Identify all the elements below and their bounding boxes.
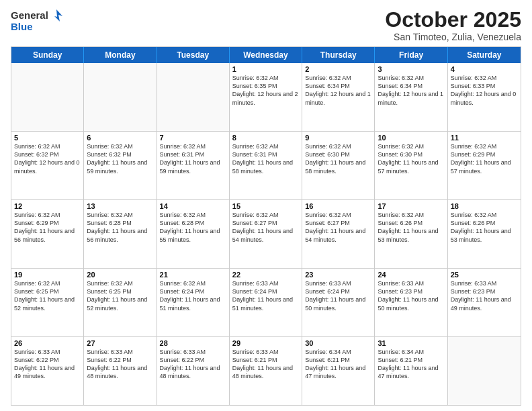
day-number: 22 bbox=[232, 271, 299, 279]
day-info: Sunrise: 6:32 AM Sunset: 6:30 PM Dayligh… bbox=[378, 142, 444, 175]
calendar-cell bbox=[11, 63, 84, 131]
day-number: 28 bbox=[160, 339, 226, 347]
day-info: Sunrise: 6:33 AM Sunset: 6:23 PM Dayligh… bbox=[451, 279, 518, 312]
day-number: 1 bbox=[232, 65, 299, 73]
calendar-header: SundayMondayTuesdayWednesdayThursdayFrid… bbox=[11, 47, 521, 63]
calendar-cell: 4Sunrise: 6:32 AM Sunset: 6:33 PM Daylig… bbox=[448, 63, 521, 131]
weekday-header-saturday: Saturday bbox=[448, 47, 521, 63]
day-number: 17 bbox=[378, 202, 444, 210]
day-number: 19 bbox=[14, 271, 81, 279]
weekday-header-friday: Friday bbox=[375, 47, 447, 63]
day-info: Sunrise: 6:33 AM Sunset: 6:22 PM Dayligh… bbox=[14, 348, 81, 381]
calendar-cell: 27Sunrise: 6:33 AM Sunset: 6:22 PM Dayli… bbox=[84, 337, 157, 405]
calendar-cell: 2Sunrise: 6:32 AM Sunset: 6:34 PM Daylig… bbox=[302, 63, 375, 131]
calendar-cell bbox=[157, 63, 230, 131]
day-info: Sunrise: 6:33 AM Sunset: 6:22 PM Dayligh… bbox=[160, 348, 226, 381]
calendar-cell: 15Sunrise: 6:32 AM Sunset: 6:27 PM Dayli… bbox=[230, 200, 302, 268]
day-number: 4 bbox=[451, 65, 518, 73]
day-number: 2 bbox=[305, 65, 371, 73]
day-info: Sunrise: 6:32 AM Sunset: 6:34 PM Dayligh… bbox=[378, 74, 444, 107]
day-info: Sunrise: 6:32 AM Sunset: 6:31 PM Dayligh… bbox=[232, 142, 299, 175]
day-info: Sunrise: 6:34 AM Sunset: 6:21 PM Dayligh… bbox=[305, 348, 371, 381]
calendar-cell: 31Sunrise: 6:34 AM Sunset: 6:21 PM Dayli… bbox=[375, 337, 447, 405]
day-number: 29 bbox=[232, 339, 299, 347]
weekday-header-tuesday: Tuesday bbox=[157, 47, 230, 63]
logo-blue-text: Blue bbox=[11, 21, 33, 33]
day-info: Sunrise: 6:32 AM Sunset: 6:32 PM Dayligh… bbox=[14, 142, 81, 175]
day-info: Sunrise: 6:32 AM Sunset: 6:31 PM Dayligh… bbox=[160, 142, 226, 175]
calendar-cell: 25Sunrise: 6:33 AM Sunset: 6:23 PM Dayli… bbox=[448, 269, 521, 336]
calendar-cell: 22Sunrise: 6:33 AM Sunset: 6:24 PM Dayli… bbox=[230, 269, 302, 336]
day-number: 6 bbox=[87, 134, 153, 142]
calendar-cell: 3Sunrise: 6:32 AM Sunset: 6:34 PM Daylig… bbox=[375, 63, 447, 131]
weekday-header-sunday: Sunday bbox=[11, 47, 84, 63]
day-info: Sunrise: 6:32 AM Sunset: 6:34 PM Dayligh… bbox=[305, 74, 371, 107]
calendar-week-2: 5Sunrise: 6:32 AM Sunset: 6:32 PM Daylig… bbox=[11, 132, 521, 200]
calendar-week-3: 12Sunrise: 6:32 AM Sunset: 6:29 PM Dayli… bbox=[11, 200, 521, 269]
calendar-cell: 23Sunrise: 6:33 AM Sunset: 6:24 PM Dayli… bbox=[302, 269, 375, 336]
day-info: Sunrise: 6:32 AM Sunset: 6:28 PM Dayligh… bbox=[160, 211, 226, 244]
calendar-week-4: 19Sunrise: 6:32 AM Sunset: 6:25 PM Dayli… bbox=[11, 269, 521, 337]
calendar-cell: 11Sunrise: 6:32 AM Sunset: 6:29 PM Dayli… bbox=[448, 132, 521, 199]
location-subtitle: San Timoteo, Zulia, Venezuela bbox=[385, 32, 521, 42]
day-number: 27 bbox=[87, 339, 153, 347]
calendar-cell: 7Sunrise: 6:32 AM Sunset: 6:31 PM Daylig… bbox=[157, 132, 230, 199]
weekday-header-monday: Monday bbox=[84, 47, 157, 63]
page: General Blue October 2025 San Timoteo, Z… bbox=[0, 0, 532, 411]
day-number: 3 bbox=[378, 65, 444, 73]
day-number: 15 bbox=[232, 202, 299, 210]
calendar-cell: 19Sunrise: 6:32 AM Sunset: 6:25 PM Dayli… bbox=[11, 269, 84, 336]
day-number: 21 bbox=[160, 271, 226, 279]
calendar-cell: 12Sunrise: 6:32 AM Sunset: 6:29 PM Dayli… bbox=[11, 200, 84, 268]
day-info: Sunrise: 6:33 AM Sunset: 6:24 PM Dayligh… bbox=[232, 279, 299, 312]
day-info: Sunrise: 6:32 AM Sunset: 6:25 PM Dayligh… bbox=[87, 279, 153, 312]
day-info: Sunrise: 6:32 AM Sunset: 6:35 PM Dayligh… bbox=[232, 74, 299, 107]
day-number: 24 bbox=[378, 271, 444, 279]
calendar-week-1: 1Sunrise: 6:32 AM Sunset: 6:35 PM Daylig… bbox=[11, 63, 521, 132]
day-number: 5 bbox=[14, 134, 81, 142]
calendar-cell: 16Sunrise: 6:32 AM Sunset: 6:27 PM Dayli… bbox=[302, 200, 375, 268]
day-number: 16 bbox=[305, 202, 371, 210]
day-info: Sunrise: 6:32 AM Sunset: 6:28 PM Dayligh… bbox=[87, 211, 153, 244]
day-info: Sunrise: 6:34 AM Sunset: 6:21 PM Dayligh… bbox=[378, 348, 444, 381]
calendar-week-5: 26Sunrise: 6:33 AM Sunset: 6:22 PM Dayli… bbox=[11, 337, 521, 405]
svg-marker-0 bbox=[54, 9, 62, 21]
calendar-cell bbox=[448, 337, 521, 405]
day-info: Sunrise: 6:33 AM Sunset: 6:21 PM Dayligh… bbox=[232, 348, 299, 381]
calendar-cell: 30Sunrise: 6:34 AM Sunset: 6:21 PM Dayli… bbox=[302, 337, 375, 405]
calendar-cell: 28Sunrise: 6:33 AM Sunset: 6:22 PM Dayli… bbox=[157, 337, 230, 405]
day-info: Sunrise: 6:32 AM Sunset: 6:29 PM Dayligh… bbox=[451, 142, 518, 175]
calendar-cell: 20Sunrise: 6:32 AM Sunset: 6:25 PM Dayli… bbox=[84, 269, 157, 336]
calendar: SundayMondayTuesdayWednesdayThursdayFrid… bbox=[11, 46, 521, 406]
day-number: 18 bbox=[451, 202, 518, 210]
day-info: Sunrise: 6:33 AM Sunset: 6:24 PM Dayligh… bbox=[305, 279, 371, 312]
calendar-cell: 8Sunrise: 6:32 AM Sunset: 6:31 PM Daylig… bbox=[230, 132, 302, 199]
calendar-cell: 29Sunrise: 6:33 AM Sunset: 6:21 PM Dayli… bbox=[230, 337, 302, 405]
day-info: Sunrise: 6:32 AM Sunset: 6:26 PM Dayligh… bbox=[378, 211, 444, 244]
calendar-cell: 21Sunrise: 6:32 AM Sunset: 6:24 PM Dayli… bbox=[157, 269, 230, 336]
day-info: Sunrise: 6:32 AM Sunset: 6:30 PM Dayligh… bbox=[305, 142, 371, 175]
top-section: General Blue October 2025 San Timoteo, Z… bbox=[11, 8, 521, 42]
day-number: 13 bbox=[87, 202, 153, 210]
day-number: 31 bbox=[378, 339, 444, 347]
calendar-cell: 17Sunrise: 6:32 AM Sunset: 6:26 PM Dayli… bbox=[375, 200, 447, 268]
day-info: Sunrise: 6:32 AM Sunset: 6:32 PM Dayligh… bbox=[87, 142, 153, 175]
month-title: October 2025 bbox=[385, 8, 521, 32]
calendar-cell: 14Sunrise: 6:32 AM Sunset: 6:28 PM Dayli… bbox=[157, 200, 230, 268]
day-info: Sunrise: 6:32 AM Sunset: 6:33 PM Dayligh… bbox=[451, 74, 518, 107]
calendar-cell: 1Sunrise: 6:32 AM Sunset: 6:35 PM Daylig… bbox=[230, 63, 302, 131]
day-number: 8 bbox=[232, 134, 299, 142]
calendar-cell: 26Sunrise: 6:33 AM Sunset: 6:22 PM Dayli… bbox=[11, 337, 84, 405]
day-number: 12 bbox=[14, 202, 81, 210]
day-info: Sunrise: 6:33 AM Sunset: 6:23 PM Dayligh… bbox=[378, 279, 444, 312]
day-info: Sunrise: 6:32 AM Sunset: 6:27 PM Dayligh… bbox=[305, 211, 371, 244]
calendar-cell: 9Sunrise: 6:32 AM Sunset: 6:30 PM Daylig… bbox=[302, 132, 375, 199]
weekday-header-thursday: Thursday bbox=[302, 47, 375, 63]
day-info: Sunrise: 6:32 AM Sunset: 6:27 PM Dayligh… bbox=[232, 211, 299, 244]
logo-general-text: General bbox=[11, 10, 48, 21]
calendar-cell: 5Sunrise: 6:32 AM Sunset: 6:32 PM Daylig… bbox=[11, 132, 84, 199]
day-number: 20 bbox=[87, 271, 153, 279]
calendar-cell: 18Sunrise: 6:32 AM Sunset: 6:26 PM Dayli… bbox=[448, 200, 521, 268]
day-number: 30 bbox=[305, 339, 371, 347]
day-number: 11 bbox=[451, 134, 518, 142]
